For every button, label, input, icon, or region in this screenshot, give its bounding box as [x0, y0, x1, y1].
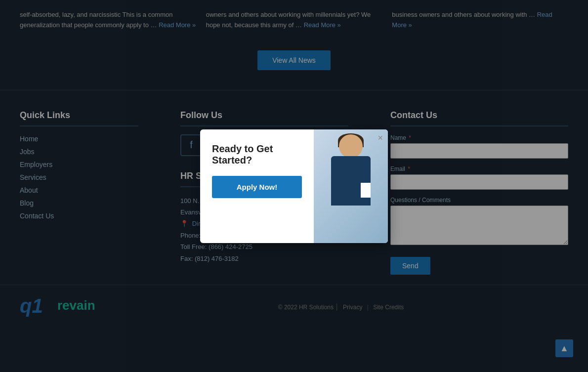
popup-content: × Ready to Get Started? Apply Now! [200, 129, 314, 243]
popup-person-figure [316, 129, 385, 243]
popup-image [314, 129, 388, 243]
popup: × Ready to Get Started? Apply Now! [200, 129, 388, 243]
person-body [331, 156, 371, 206]
popup-overlay[interactable]: × Ready to Get Started? Apply Now! [0, 0, 588, 372]
popup-title: Ready to Get Started? [212, 143, 302, 166]
person-head [339, 134, 363, 158]
apply-now-button[interactable]: Apply Now! [212, 176, 302, 198]
person-collar [361, 183, 371, 198]
